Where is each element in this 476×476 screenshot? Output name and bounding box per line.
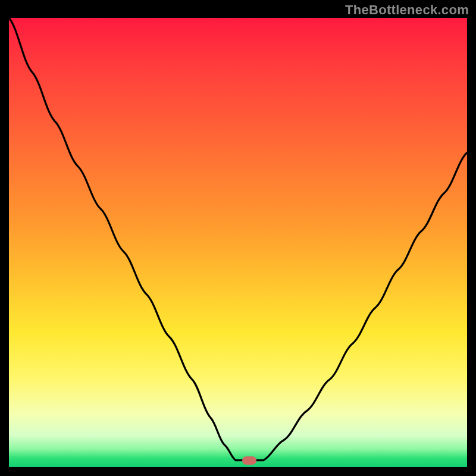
optimal-point-marker: [242, 456, 256, 465]
plot-area: [9, 18, 467, 467]
chart-frame: TheBottleneck.com: [0, 0, 476, 476]
curve-path: [9, 18, 467, 461]
watermark-text: TheBottleneck.com: [345, 2, 469, 18]
bottleneck-curve: [9, 18, 467, 467]
